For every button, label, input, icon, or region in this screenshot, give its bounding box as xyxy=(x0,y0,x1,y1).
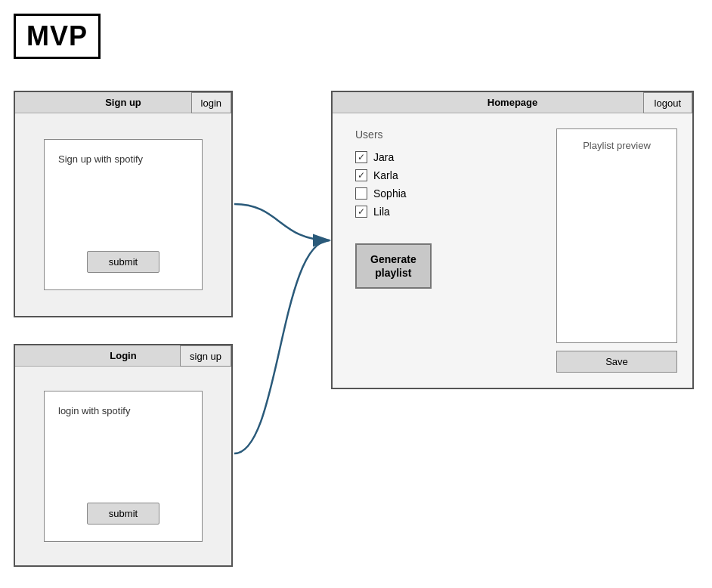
checkbox-item[interactable]: ✓Karla xyxy=(355,169,541,181)
user-name: Jara xyxy=(373,151,394,163)
signup-tab-button[interactable]: sign up xyxy=(180,345,231,367)
users-label: Users xyxy=(355,128,541,141)
checkbox-list: ✓Jara✓KarlaSophia✓Lila xyxy=(355,151,541,218)
login-submit-button[interactable]: submit xyxy=(87,503,159,525)
playlist-preview-box: Playlist preview xyxy=(556,128,677,343)
checkbox-icon[interactable] xyxy=(355,187,367,200)
login-window: Login sign up login with spotify submit xyxy=(14,344,233,567)
login-body: login with spotify submit xyxy=(15,367,231,565)
checkbox-item[interactable]: Sophia xyxy=(355,187,541,200)
login-tab-button[interactable]: login xyxy=(191,92,231,113)
signup-title: Sign up xyxy=(105,97,141,108)
login-inner-box: login with spotify submit xyxy=(44,391,203,542)
checkbox-icon[interactable]: ✓ xyxy=(355,169,367,181)
signup-window: Sign up login Sign up with spotify submi… xyxy=(14,91,233,317)
signup-titlebar: Sign up login xyxy=(15,92,231,113)
logout-button[interactable]: logout xyxy=(643,92,692,113)
checkbox-item[interactable]: ✓Jara xyxy=(355,151,541,163)
login-with-spotify-label: login with spotify xyxy=(58,405,130,416)
left-panel: Users ✓Jara✓KarlaSophia✓Lila Generatepla… xyxy=(355,128,541,373)
generate-playlist-button[interactable]: Generateplaylist xyxy=(355,243,432,289)
homepage-title: Homepage xyxy=(488,97,537,108)
homepage-body: Users ✓Jara✓KarlaSophia✓Lila Generatepla… xyxy=(333,113,692,388)
signup-with-spotify-label: Sign up with spotify xyxy=(58,153,143,165)
signup-body: Sign up with spotify submit xyxy=(15,113,231,316)
save-button[interactable]: Save xyxy=(556,351,677,373)
app-title: MVP xyxy=(14,14,101,59)
user-name: Sophia xyxy=(373,187,407,200)
user-name: Karla xyxy=(373,169,398,181)
homepage-window: Homepage logout Users ✓Jara✓KarlaSophia✓… xyxy=(331,91,694,389)
signup-inner-box: Sign up with spotify submit xyxy=(44,139,203,290)
login-title: Login xyxy=(110,350,136,361)
right-panel: Playlist preview Save xyxy=(556,128,677,373)
login-titlebar: Login sign up xyxy=(15,345,231,367)
checkbox-icon[interactable]: ✓ xyxy=(355,206,367,218)
homepage-titlebar: Homepage logout xyxy=(333,92,692,113)
user-name: Lila xyxy=(373,206,390,218)
checkbox-item[interactable]: ✓Lila xyxy=(355,206,541,218)
checkbox-icon[interactable]: ✓ xyxy=(355,151,367,163)
signup-submit-button[interactable]: submit xyxy=(87,251,159,273)
